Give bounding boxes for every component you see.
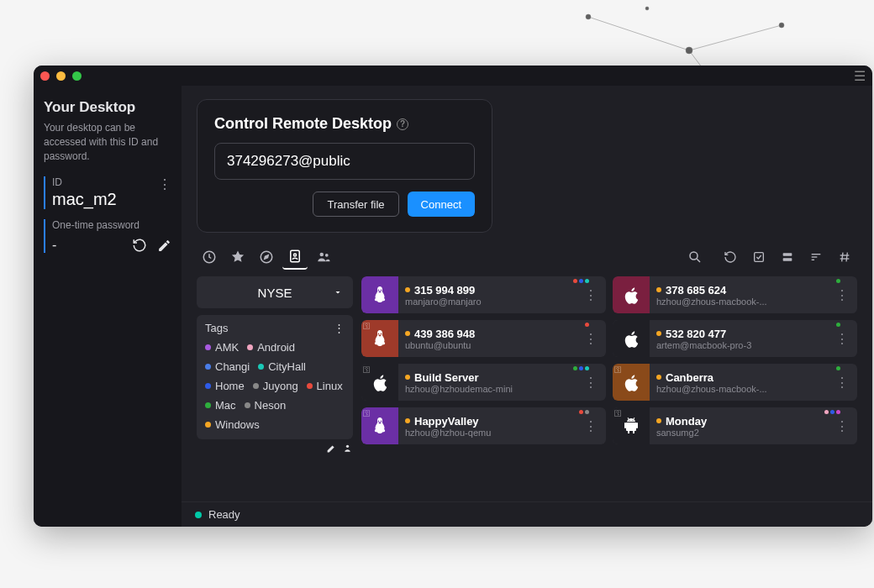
connect-button[interactable]: Connect (408, 192, 475, 217)
device-os-icon (613, 320, 650, 357)
device-info: Mondaysansumg2 (650, 415, 832, 438)
svg-line-33 (842, 253, 843, 262)
tag-color-dot (205, 422, 211, 428)
device-more-icon[interactable]: ⋮ (832, 331, 852, 347)
tag-item[interactable]: Juyong (253, 378, 298, 394)
id-more-icon[interactable]: ⋮ (158, 176, 171, 192)
hash-icon[interactable] (832, 244, 857, 270)
tags-more-icon[interactable]: ⋮ (334, 322, 345, 334)
device-tag-dots (836, 323, 840, 327)
device-card[interactable]: 532 820 477artem@macbook-pro-3⋮ (613, 320, 857, 357)
tags-heading: Tags (205, 322, 228, 334)
edit-icon[interactable] (157, 239, 171, 253)
key-icon: ⚿ (363, 365, 371, 374)
device-card[interactable]: 315 994 899manjaro@manjaro⋮ (361, 276, 606, 313)
tag-color-dot (253, 383, 259, 389)
key-icon: ⚿ (614, 409, 622, 417)
status-dot-icon (405, 375, 410, 380)
device-info: 315 994 899manjaro@manjaro (398, 284, 581, 307)
tag-item[interactable]: Mac (205, 397, 236, 413)
device-more-icon[interactable]: ⋮ (832, 418, 852, 434)
sync-icon[interactable] (718, 244, 743, 270)
minimize-window-button[interactable] (56, 71, 66, 81)
tag-item[interactable]: Neson (245, 397, 287, 413)
tag-edit-icon[interactable] (326, 443, 337, 454)
tag-label: AMK (215, 341, 239, 354)
help-icon[interactable]: ? (397, 118, 408, 130)
device-more-icon[interactable]: ⋮ (581, 331, 601, 347)
sidebar-description: Your desktop can be accessed with this I… (44, 121, 171, 163)
discovered-icon[interactable] (254, 244, 279, 270)
transfer-file-button[interactable]: Transfer file (313, 192, 398, 217)
tag-item[interactable]: CityHall (258, 359, 306, 375)
device-card[interactable]: 378 685 624hzhou@zhous-macbook-...⋮ (613, 276, 857, 313)
device-tag-dots (824, 410, 840, 414)
status-dot-icon (656, 287, 661, 292)
tag-item[interactable]: AMK (205, 339, 239, 355)
titlebar: ☰ (34, 66, 872, 86)
remote-id-input[interactable] (214, 143, 475, 180)
device-more-icon[interactable]: ⋮ (581, 375, 601, 391)
device-card[interactable]: ⚿Mondaysansumg2⋮ (613, 407, 857, 444)
tag-user-icon[interactable] (342, 443, 353, 454)
tag-label: Neson (255, 399, 287, 412)
tag-item[interactable]: Linux (307, 378, 343, 394)
device-info: Build Serverhzhou@hzhoudemac-mini (398, 371, 581, 394)
status-dot-icon (405, 331, 410, 336)
device-os-icon (361, 276, 398, 313)
app-window: ☰ Your Desktop Your desktop can be acces… (34, 66, 872, 527)
tag-item[interactable]: Android (247, 339, 295, 355)
device-card[interactable]: ⚿439 386 948ubuntu@ubuntu⋮ (361, 320, 606, 357)
menu-icon[interactable]: ☰ (854, 68, 866, 84)
tag-label: Mac (215, 399, 236, 412)
status-dot-icon (656, 418, 661, 423)
tags-panel: NYSE Tags ⋮ AMKAndroidChangiCityHallHome… (197, 276, 353, 501)
main-area: Control Remote Desktop ? Transfer file C… (182, 86, 872, 527)
recent-icon[interactable] (197, 244, 222, 270)
otp-field: One-time password - (44, 219, 171, 253)
search-icon[interactable] (682, 244, 708, 270)
tag-item[interactable]: Windows (205, 417, 260, 433)
group-icon[interactable] (311, 244, 336, 270)
tag-label: Juyong (263, 380, 298, 392)
tag-label: Windows (215, 418, 260, 431)
device-more-icon[interactable]: ⋮ (832, 375, 852, 391)
tag-color-dot (205, 402, 211, 408)
tag-item[interactable]: Changi (205, 359, 250, 375)
control-title: Control Remote Desktop ? (214, 115, 475, 133)
sort-icon[interactable] (803, 244, 829, 270)
tag-color-dot (205, 364, 211, 370)
sidebar: Your Desktop Your desktop can be accesse… (34, 86, 182, 527)
favorites-icon[interactable] (225, 244, 250, 270)
otp-value: - (52, 238, 122, 253)
device-more-icon[interactable]: ⋮ (581, 418, 601, 434)
device-tag-dots (585, 323, 589, 327)
address-book-icon[interactable] (282, 244, 308, 270)
svg-point-22 (294, 254, 297, 256)
close-window-button[interactable] (40, 71, 50, 81)
device-id: 439 386 948 (414, 328, 475, 340)
refresh-icon[interactable] (132, 238, 147, 253)
device-host: ubuntu@ubuntu (405, 340, 581, 350)
content-row: NYSE Tags ⋮ AMKAndroidChangiCityHallHome… (182, 276, 872, 501)
svg-line-1 (689, 25, 782, 50)
device-card[interactable]: ⚿Build Serverhzhou@hzhoudemac-mini⋮ (361, 364, 606, 401)
device-card[interactable]: ⚿HappyValleyhzhou@hzhou-qemu⋮ (361, 407, 606, 444)
statusbar: Ready (182, 501, 872, 527)
device-more-icon[interactable]: ⋮ (832, 287, 852, 303)
id-value: mac_m2 (52, 190, 171, 209)
tag-color-dot (258, 364, 264, 370)
traffic-lights (40, 71, 82, 81)
select-icon[interactable] (746, 244, 771, 270)
device-more-icon[interactable]: ⋮ (581, 287, 601, 303)
view-grid-icon[interactable] (775, 244, 800, 270)
svg-line-0 (588, 17, 689, 50)
status-dot-icon (656, 375, 661, 380)
device-card[interactable]: ⚿Canberrahzhou@zhous-macbook-...⋮ (613, 364, 857, 401)
tag-color-dot (205, 344, 211, 350)
group-select[interactable]: NYSE (197, 276, 353, 308)
tag-item[interactable]: Home (205, 378, 245, 394)
svg-point-24 (325, 254, 329, 257)
device-id: Build Server (414, 371, 479, 384)
maximize-window-button[interactable] (72, 71, 82, 81)
